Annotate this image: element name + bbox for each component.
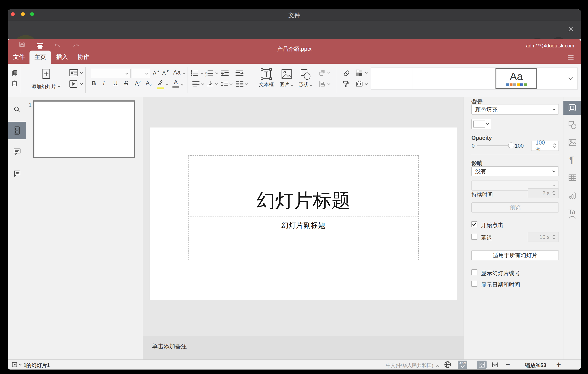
chart-settings-icon[interactable] <box>569 192 576 199</box>
spinner-arrows-icon[interactable] <box>552 235 555 239</box>
spinner-arrows-icon[interactable] <box>552 191 555 196</box>
numbered-list-icon[interactable]: 123 <box>205 70 213 77</box>
show-date-time-checkbox[interactable] <box>471 281 477 287</box>
tab-collaboration[interactable]: 协作 <box>77 52 89 61</box>
chat-icon[interactable] <box>13 170 21 177</box>
change-case-button[interactable]: Aa <box>173 69 185 76</box>
slide-surface[interactable]: 幻灯片标题 幻灯片副标题 <box>150 128 457 300</box>
chevron-down-icon[interactable] <box>327 72 330 74</box>
opacity-slider-thumb[interactable] <box>508 143 514 148</box>
decrease-font-button[interactable]: A▼ <box>162 69 169 77</box>
subscript-button[interactable]: A2 <box>146 80 151 87</box>
delay-checkbox[interactable] <box>471 234 477 240</box>
fill-color-icon[interactable] <box>356 69 363 76</box>
shape-settings-icon[interactable] <box>568 120 577 129</box>
slide-layout-button[interactable] <box>68 68 84 78</box>
slide-size-icon[interactable] <box>356 80 363 88</box>
chevron-down-icon[interactable] <box>19 364 22 366</box>
theme-item[interactable] <box>454 68 495 89</box>
spellcheck-toggle[interactable]: ABC <box>458 361 467 369</box>
language-selector[interactable]: 中文(中华人民共和国) <box>386 362 439 369</box>
theme-item[interactable] <box>412 68 454 89</box>
zoom-in-button[interactable]: + <box>556 360 561 369</box>
duration-spinner[interactable]: 2 s <box>528 188 559 198</box>
chevron-down-icon[interactable] <box>215 72 218 74</box>
copy-icon[interactable] <box>12 70 17 76</box>
zoom-out-button[interactable]: − <box>505 360 510 369</box>
font-color-button[interactable]: A <box>172 79 179 88</box>
chevron-down-icon[interactable] <box>201 83 204 85</box>
theme-item[interactable] <box>537 68 564 89</box>
effect-select[interactable]: 没有 <box>471 166 559 176</box>
start-slideshow-button[interactable] <box>68 79 84 89</box>
sidebar-item-slide-settings[interactable] <box>563 101 581 115</box>
chevron-down-icon[interactable] <box>166 83 169 86</box>
title-placeholder[interactable]: 幻灯片标题 <box>188 155 419 217</box>
copy-style-icon[interactable] <box>343 80 350 87</box>
chevron-down-icon[interactable] <box>200 72 203 74</box>
bold-button[interactable]: B <box>92 80 96 87</box>
insert-image-button[interactable]: 图片 <box>277 67 297 95</box>
table-settings-icon[interactable] <box>568 174 577 181</box>
line-spacing-icon[interactable] <box>220 81 229 87</box>
image-settings-icon[interactable] <box>568 139 577 146</box>
tab-insert[interactable]: 插入 <box>56 52 68 61</box>
increase-font-button[interactable]: A▲ <box>153 69 160 77</box>
insert-shape-button[interactable]: 形状 <box>295 67 316 95</box>
start-slideshow-status-icon[interactable] <box>12 362 17 367</box>
chevron-down-icon[interactable] <box>365 72 368 74</box>
underline-button[interactable]: U <box>113 80 118 87</box>
increase-indent-icon[interactable] <box>235 70 244 76</box>
apply-to-all-slides-button[interactable]: 适用于所有幻灯片 <box>471 250 559 260</box>
eraser-icon[interactable] <box>343 70 350 77</box>
font-size-select[interactable] <box>132 69 150 78</box>
paste-icon[interactable] <box>12 80 17 87</box>
show-slide-number-checkbox[interactable] <box>471 269 477 275</box>
comments-icon[interactable] <box>13 148 21 155</box>
start-on-click-checkbox[interactable] <box>471 221 477 227</box>
sidebar-item-slides[interactable] <box>8 122 26 139</box>
vertical-align-icon[interactable] <box>207 81 214 87</box>
fit-slide-toggle[interactable] <box>477 361 487 369</box>
menu-icon[interactable] <box>568 55 574 62</box>
decrease-indent-icon[interactable] <box>220 70 229 76</box>
chevron-down-icon[interactable] <box>230 83 232 85</box>
preview-button[interactable]: 预览 <box>471 202 559 212</box>
notes-area[interactable]: 单击添加备注 <box>143 336 463 360</box>
chevron-down-icon[interactable] <box>327 83 330 85</box>
strikethrough-button[interactable]: S <box>124 80 128 87</box>
background-fill-select[interactable]: 颜色填充 <box>471 104 559 115</box>
fit-width-icon[interactable] <box>492 362 498 368</box>
opacity-spinner[interactable]: 100 % <box>531 141 559 151</box>
chevron-down-icon[interactable] <box>215 83 218 85</box>
textart-settings-icon[interactable]: Ta <box>568 208 576 220</box>
align-text-icon[interactable] <box>192 81 200 87</box>
add-slide-button[interactable]: 添加幻灯片 <box>30 67 63 95</box>
highlight-color-button[interactable] <box>157 79 164 89</box>
delay-spinner[interactable]: 10 s <box>528 232 559 242</box>
theme-item[interactable] <box>371 68 412 89</box>
columns-icon[interactable] <box>236 81 244 87</box>
theme-item-selected[interactable]: Aa <box>495 68 537 89</box>
slide-thumbnail[interactable] <box>33 100 135 158</box>
subtitle-placeholder[interactable]: 幻灯片副标题 <box>188 218 419 260</box>
bullet-list-icon[interactable] <box>190 70 199 76</box>
superscript-button[interactable]: A2 <box>135 80 140 87</box>
chevron-down-icon[interactable] <box>181 83 184 86</box>
tab-file[interactable]: 文件 <box>13 52 25 61</box>
chevron-down-icon[interactable] <box>245 83 248 85</box>
close-icon[interactable] <box>568 26 574 32</box>
chevron-down-icon[interactable] <box>365 83 368 85</box>
background-color-picker[interactable] <box>471 119 491 129</box>
arrange-shapes-icon[interactable] <box>319 70 326 76</box>
align-shapes-icon[interactable] <box>319 81 326 88</box>
paragraph-settings-icon[interactable]: ¶ <box>569 155 574 165</box>
italic-button[interactable]: I <box>103 80 105 87</box>
search-icon[interactable] <box>14 106 21 113</box>
tab-home[interactable]: 主页 <box>30 51 51 64</box>
opacity-slider-track[interactable] <box>477 145 513 146</box>
insert-textbox-button[interactable]: 文本框 <box>255 67 277 95</box>
globe-icon[interactable] <box>444 361 452 368</box>
theme-gallery-expand-button[interactable] <box>564 68 577 89</box>
spinner-arrows-icon[interactable] <box>553 143 556 148</box>
